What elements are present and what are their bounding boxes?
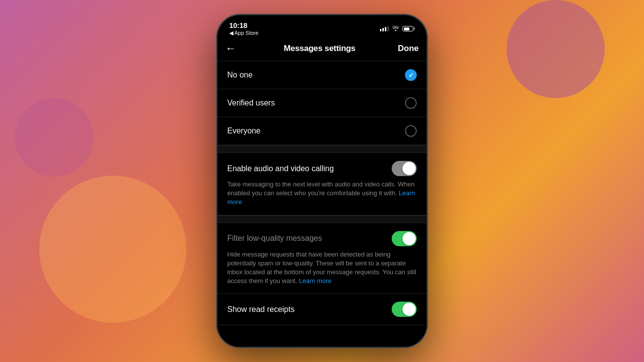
- status-icons: [380, 25, 415, 32]
- battery-icon: [402, 26, 415, 31]
- everyone-radio[interactable]: [405, 125, 417, 137]
- filter-header: Filter low-quality messages: [227, 231, 417, 246]
- read-receipts-label: Show read receipts: [227, 305, 295, 314]
- audio-video-desc: Take messaging to the next level with au…: [227, 180, 417, 207]
- filter-toggle-knob: [402, 232, 416, 245]
- read-receipts-toggle[interactable]: [392, 302, 417, 317]
- no-one-row[interactable]: No one: [217, 61, 427, 89]
- verified-users-radio[interactable]: [405, 97, 417, 109]
- verified-users-label: Verified users: [227, 99, 275, 107]
- signal-icon: [380, 26, 389, 31]
- audio-video-row: Enable audio and video calling Take mess…: [217, 153, 427, 215]
- no-one-label: No one: [227, 71, 253, 79]
- section-divider-1: [217, 145, 427, 153]
- audio-video-toggle[interactable]: [392, 161, 417, 176]
- everyone-label: Everyone: [227, 127, 261, 135]
- wifi-icon: [392, 25, 400, 32]
- bg-blob-3: [15, 98, 93, 177]
- filter-learn-more[interactable]: Learn more: [299, 277, 331, 284]
- filter-row: Filter low-quality messages Hide message…: [217, 223, 427, 294]
- no-one-radio[interactable]: [405, 69, 417, 81]
- filter-desc: Hide message requests that have been det…: [227, 250, 417, 286]
- phone-frame: 10:18 ◀ App Store: [216, 14, 428, 348]
- audio-video-label: Enable audio and video calling: [227, 164, 334, 173]
- back-button[interactable]: ←: [225, 42, 245, 55]
- read-receipts-row[interactable]: Show read receipts: [217, 294, 427, 325]
- verified-users-row[interactable]: Verified users: [217, 89, 427, 117]
- page-title: Messages settings: [284, 44, 355, 53]
- filter-toggle[interactable]: [392, 231, 417, 246]
- app-screen: ← Messages settings Done No one Verified…: [217, 38, 427, 347]
- audio-video-header: Enable audio and video calling: [227, 161, 417, 176]
- done-button[interactable]: Done: [394, 44, 419, 53]
- nav-bar: ← Messages settings Done: [217, 38, 427, 61]
- filter-label: Filter low-quality messages: [227, 234, 322, 243]
- bg-blob-2: [507, 0, 605, 98]
- status-time: 10:18: [229, 21, 247, 29]
- status-back-store[interactable]: ◀ App Store: [229, 30, 258, 36]
- dynamic-island: [295, 20, 349, 34]
- status-bar: 10:18 ◀ App Store: [217, 15, 427, 38]
- read-receipts-toggle-knob: [402, 303, 416, 316]
- bg-blob-1: [39, 176, 187, 323]
- everyone-row[interactable]: Everyone: [217, 117, 427, 145]
- audio-video-toggle-knob: [402, 162, 416, 175]
- section-divider-2: [217, 215, 427, 223]
- settings-content: No one Verified users Everyone Enable au…: [217, 61, 427, 347]
